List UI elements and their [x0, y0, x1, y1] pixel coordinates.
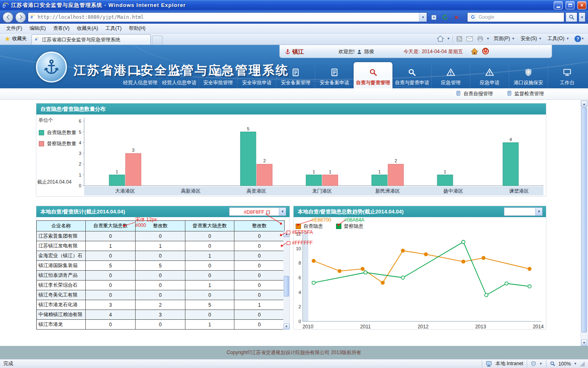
nav-item-港口设施保安[interactable]: 港口设施保安 [509, 65, 548, 88]
table-row[interactable]: 镇江市港龙石化港3251 [37, 300, 285, 310]
status-dropdown-arrow[interactable]: ▼ [539, 362, 542, 366]
home-button[interactable] [436, 35, 445, 43]
welcome-group: 欢迎您! 陈俊 [339, 48, 374, 55]
table-row[interactable]: 金海宏业（镇江）石0010 [37, 251, 285, 261]
table-row[interactable]: 中储粮镇江粮油有限4300 [37, 310, 285, 320]
nav-item-应急申请[interactable]: 应急申请 [470, 65, 509, 88]
shield-icon [524, 68, 533, 78]
menubar-item[interactable]: 工具(T) [102, 24, 125, 33]
rss-feed-button[interactable] [455, 35, 463, 43]
nav-item-经营人信息申请[interactable]: 经营人信息申请 [160, 65, 198, 88]
table-cell: 0 [136, 290, 185, 300]
city-badge: 镇江 [285, 48, 304, 56]
table-cell: 0 [234, 251, 285, 261]
bar-panel-header: 自查隐患/督查隐患数量分布 [36, 103, 546, 114]
table-cell: 中储粮镇江粮油有限 [37, 310, 86, 320]
home-dropdown-arrow[interactable]: ▼ [447, 37, 450, 40]
table-cell: 0 [185, 231, 234, 241]
table-cell: 0 [136, 231, 185, 241]
favorites-button[interactable]: ★ 收藏夹 [2, 34, 30, 45]
browser-tab[interactable]: e 江苏省港口安全监管与应急管理系统 [31, 34, 151, 45]
close-button[interactable]: × [577, 1, 586, 9]
table-row[interactable]: 镇江李长荣综合石0010 [37, 280, 285, 290]
table-scrollbar[interactable]: ▲ ▼ [283, 231, 290, 330]
nav-item-应急管理[interactable]: 应急管理 [431, 65, 470, 88]
menubar-item[interactable]: 查看(V) [49, 24, 73, 33]
svg-text:2014: 2014 [533, 324, 544, 330]
help-button[interactable]: ?▼ [573, 35, 586, 43]
scroll-thumb[interactable] [284, 276, 289, 296]
forward-button[interactable] [15, 12, 26, 23]
table-row[interactable]: 镇江港国际集装箱5500 [37, 261, 285, 271]
scroll-thumb[interactable] [581, 108, 587, 332]
submenu-item-监督检查管理[interactable]: 监督检查管理 [507, 90, 544, 97]
table-cell: 3 [86, 300, 136, 310]
svg-text:4: 4 [298, 290, 301, 295]
table-row[interactable]: 镇江市港龙0010 [37, 320, 285, 330]
search-box[interactable]: G Google [467, 12, 564, 22]
table-cell: 江苏索普集团有限 [37, 231, 86, 241]
nav-item-安全备案管理[interactable]: 安全备案管理 [276, 65, 315, 88]
submenu-item-自查自报管理[interactable]: 自查自报管理 [456, 90, 493, 97]
read-mail-button[interactable] [465, 36, 474, 42]
browser-toolbar: ▼ ▼ 页面(P)▼安全(S)▼工具(O)▼ ?▼ [435, 34, 586, 45]
trend-filter-dropdown[interactable]: ▼ [504, 207, 543, 216]
svg-text:1: 1 [378, 169, 381, 174]
search-dropdown-arrow[interactable]: ▼ [579, 12, 586, 22]
nav-label: 经营人信息管理 [123, 79, 158, 86]
stop-button[interactable]: × [452, 12, 461, 22]
refresh-button[interactable] [440, 12, 450, 22]
table-row[interactable]: 镇江恒泰沥青产品0000 [37, 271, 285, 280]
minimize-button[interactable] [554, 1, 563, 9]
svg-text:4: 4 [79, 140, 81, 145]
nav-item-工作台[interactable]: 工作台 [548, 65, 586, 88]
scroll-down-arrow[interactable]: ▼ [283, 323, 290, 330]
statistics-table-panel: 本地自查/督查统计(截止2014.04.04) ▼ 企业名称自查重大隐患数整改数… [36, 206, 290, 330]
color-swatch [266, 211, 270, 214]
zoom-level[interactable]: 100% [558, 361, 571, 367]
table-row[interactable]: 江苏镇江发电有限1100 [37, 241, 285, 251]
line-chart: 02468101220102011201220132014 [294, 230, 546, 330]
tab-title: 江苏省港口安全监管与应急管理系统 [42, 36, 120, 43]
nav-item-自查与督查申请[interactable]: 自查与督查申请 [392, 65, 431, 88]
address-dropdown-arrow[interactable]: ▼ [419, 13, 427, 22]
address-field[interactable]: e http://localhost:8080/yjpt/Main.html ▼ [28, 12, 427, 22]
svg-text:新民洲港区: 新民洲港区 [375, 188, 400, 194]
svg-text:6: 6 [79, 119, 81, 123]
table-row[interactable]: 镇江奇美化工有限0000 [37, 290, 285, 300]
table-row[interactable]: 江苏索普集团有限0000 [37, 231, 285, 241]
back-button[interactable] [2, 12, 13, 23]
search-button[interactable] [566, 12, 577, 22]
resize-grip[interactable] [580, 361, 585, 366]
home-shortcut-icon[interactable] [471, 48, 478, 56]
compatibility-view-button[interactable] [429, 12, 439, 22]
divider [482, 360, 482, 368]
bar-chart: 0123456大港港区13高新港区高资港区52龙门港区11新民洲港区12扬中港区… [36, 114, 546, 197]
dropdown-arrow-icon[interactable]: ▼ [279, 208, 286, 215]
print-dropdown-arrow[interactable]: ▼ [486, 37, 490, 40]
menubar-item[interactable]: 编辑(E) [26, 24, 49, 33]
nav-item-安全审批管理[interactable]: 安全审批管理 [198, 65, 237, 88]
dropdown-arrow-icon[interactable]: ▼ [535, 208, 542, 215]
restore-button[interactable] [566, 1, 575, 9]
menubar-item[interactable]: 收藏夹(A) [73, 24, 102, 33]
nav-item-安全备案申请[interactable]: 安全备案申请 [315, 65, 354, 88]
page-scrollbar[interactable]: ▲ ▼ [581, 100, 588, 346]
nav-item-经营人信息管理[interactable]: 经营人信息管理 [121, 65, 160, 88]
new-tab-button[interactable] [152, 36, 163, 45]
menubar-item[interactable]: 文件(F) [2, 24, 26, 33]
menubar-item[interactable]: 帮助(H) [125, 24, 149, 33]
toolbar-button[interactable]: 页面(P)▼ [491, 34, 517, 43]
toolbar-button[interactable]: 工具(O)▼ [545, 34, 572, 43]
line-chart-legend: 自查隐患督察隐患 [296, 223, 363, 230]
print-button[interactable] [476, 35, 485, 43]
logout-power-icon[interactable] [482, 47, 489, 56]
nav-item-安全审批申请[interactable]: 安全审批申请 [237, 65, 276, 88]
scroll-up-arrow[interactable]: ▲ [581, 101, 587, 107]
nav-item-自查与督查管理[interactable]: 自查与督查管理 [354, 62, 392, 88]
toolbar-button[interactable]: 安全(S)▼ [518, 34, 544, 43]
scroll-down-arrow[interactable]: ▼ [581, 339, 587, 346]
user-name[interactable]: 陈俊 [364, 48, 374, 55]
zoom-dropdown-arrow[interactable]: ▼ [574, 362, 577, 366]
table-cell: 0 [234, 271, 285, 280]
